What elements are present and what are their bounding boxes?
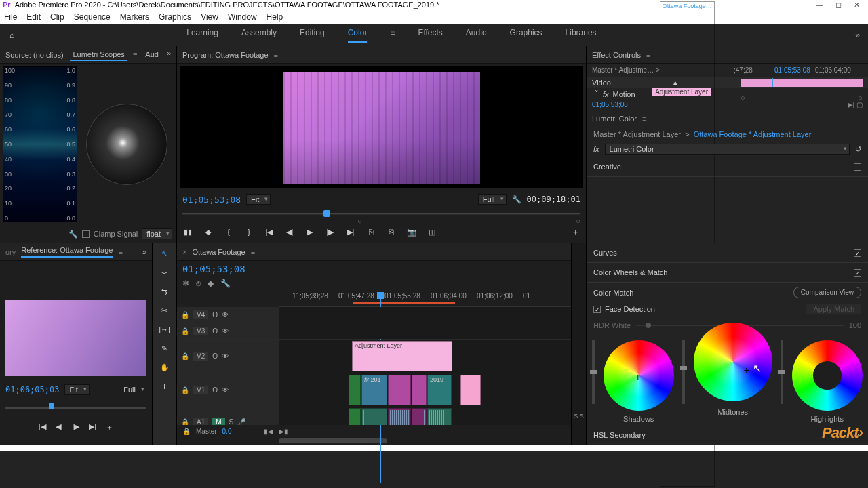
settings-tool-icon[interactable]: 🔧 <box>220 279 231 288</box>
reference-scrubber[interactable] <box>5 403 146 413</box>
lock-icon[interactable]: 🔒 <box>181 386 189 394</box>
lock-icon[interactable]: 🔒 <box>181 352 189 360</box>
goto-in-icon[interactable]: |◀ <box>264 226 275 237</box>
menu-sequence[interactable]: Sequence <box>74 12 111 22</box>
audio-clip[interactable] <box>349 408 361 425</box>
home-icon[interactable]: ⌂ <box>0 30 24 40</box>
clip[interactable] <box>349 375 361 405</box>
minimize-button[interactable]: — <box>816 1 823 9</box>
ref-gang-icon[interactable]: ＋ <box>106 422 113 432</box>
program-viewer[interactable] <box>180 66 583 188</box>
clip[interactable] <box>388 375 411 405</box>
shadows-wheel[interactable]: + <box>604 340 674 411</box>
fx-badge-icon[interactable]: fx <box>603 90 609 98</box>
lock-icon[interactable]: 🔒 <box>182 428 191 435</box>
clip[interactable]: fx 201 <box>361 375 387 405</box>
h-scrollbar[interactable] <box>279 438 387 443</box>
ws-libraries[interactable]: Libraries <box>566 28 597 43</box>
camera-icon[interactable]: 📷 <box>406 226 417 237</box>
lock-icon[interactable]: 🔒 <box>181 418 189 425</box>
menu-view[interactable]: View <box>201 12 218 22</box>
ws-graphics[interactable]: Graphics <box>510 28 542 43</box>
wrench-icon[interactable]: 🔧 <box>68 230 78 239</box>
marker-tool-icon[interactable]: ◆ <box>208 279 214 288</box>
ref-overflow-icon[interactable]: » <box>142 248 146 256</box>
audio-clip[interactable] <box>412 408 427 425</box>
sec-curves[interactable]: Curves <box>593 249 617 257</box>
program-full-dropdown[interactable]: Full <box>478 194 507 205</box>
snap-icon[interactable]: ❄ <box>182 279 189 288</box>
reference-timecode[interactable]: 01;06;05;03 <box>5 385 59 394</box>
ref-step-fwd-icon[interactable]: |▶ <box>73 422 80 432</box>
ws-color[interactable]: Color <box>348 28 368 43</box>
ref-fit-dropdown[interactable]: Fit <box>64 384 89 395</box>
step-back-icon[interactable]: ◀| <box>284 226 295 237</box>
ws-assembly[interactable]: Assembly <box>241 28 277 43</box>
extract-icon[interactable]: ⎗ <box>386 226 397 237</box>
razor-tool-icon[interactable]: ✂ <box>159 304 171 317</box>
lock-icon[interactable]: 🔒 <box>181 327 189 335</box>
ref-menu-icon[interactable]: ≡ <box>118 248 122 256</box>
audio-clip[interactable] <box>361 408 387 425</box>
clip-adjustment[interactable]: Adjustment Layer <box>352 341 452 371</box>
menu-graphics[interactable]: Graphics <box>159 12 191 22</box>
compare-icon[interactable]: ◫ <box>427 226 437 237</box>
type-tool-icon[interactable]: T <box>159 380 171 392</box>
lock-icon[interactable]: 🔒 <box>181 311 189 319</box>
next-keyframe-icon[interactable]: ▶▮ <box>279 428 288 435</box>
audio-clip[interactable] <box>427 408 452 425</box>
menu-help[interactable]: Help <box>267 12 283 22</box>
clip[interactable] <box>412 375 427 405</box>
clip[interactable]: 2019 <box>427 375 452 405</box>
ref-goto-out-icon[interactable]: ▶| <box>89 422 96 432</box>
prev-keyframe-icon[interactable]: ▮◀ <box>264 428 273 435</box>
ws-overflow-icon[interactable]: » <box>855 30 868 40</box>
play-icon[interactable]: ▶ <box>304 226 315 237</box>
ref-goto-in-icon[interactable]: |◀ <box>39 422 46 432</box>
lift-icon[interactable]: ⎘ <box>366 226 376 237</box>
timeline-close-icon[interactable]: × <box>182 248 186 256</box>
link-icon[interactable]: ⎋ <box>196 279 201 288</box>
tab-aud[interactable]: Aud <box>142 49 161 61</box>
ws-effects[interactable]: Effects <box>418 28 442 43</box>
chevron-down-icon[interactable]: ˅ <box>595 89 599 98</box>
shadows-luma-slider[interactable] <box>592 340 595 404</box>
ref-step-back-icon[interactable]: ◀| <box>56 422 63 432</box>
slip-tool-icon[interactable]: |↔| <box>159 323 171 336</box>
midtones-luma-slider[interactable] <box>682 340 685 404</box>
curves-checkbox[interactable] <box>854 249 861 257</box>
scopes-overflow-icon[interactable]: » <box>167 49 171 61</box>
ref-full-dropdown[interactable]: Full <box>119 385 146 394</box>
fx-icon[interactable]: fx <box>593 145 599 153</box>
reference-viewer[interactable] <box>5 300 146 376</box>
comparison-view-button[interactable]: Comparison View <box>793 287 861 298</box>
scopes-menu-icon[interactable]: ≡ <box>133 49 137 61</box>
eye-icon[interactable]: 👁 <box>222 386 229 394</box>
in-icon[interactable]: { <box>223 226 234 237</box>
mic-icon[interactable]: 🎤 <box>237 418 245 425</box>
timeline-ruler[interactable]: 11;05;39;28 01;05;47;28 01;05;55;28 01;0… <box>279 292 571 307</box>
maximize-button[interactable]: ◻ <box>835 1 842 9</box>
pen-tool-icon[interactable]: ✎ <box>159 342 171 354</box>
selection-tool-icon[interactable]: ↖ <box>159 247 171 260</box>
out-icon[interactable]: } <box>243 226 254 237</box>
menu-file[interactable]: File <box>4 12 17 22</box>
scope-mode-dropdown[interactable]: float <box>142 228 172 239</box>
highlights-luma-slider[interactable] <box>781 340 783 404</box>
sec-hsl[interactable]: HSL Secondary <box>593 431 646 439</box>
eye-icon[interactable]: 👁 <box>222 311 229 319</box>
menu-window[interactable]: Window <box>228 12 257 22</box>
goto-out-icon[interactable]: ▶| <box>345 226 356 237</box>
master-value[interactable]: 0.0 <box>222 428 232 435</box>
program-timecode[interactable]: 01;05;53;08 <box>182 195 241 205</box>
program-fit-dropdown[interactable]: Fit <box>246 194 271 205</box>
step-fwd-icon[interactable]: |▶ <box>325 226 336 237</box>
hand-tool-icon[interactable]: ✋ <box>159 361 171 373</box>
clip[interactable] <box>460 375 481 405</box>
lumetri-menu-icon[interactable]: ≡ <box>642 115 646 123</box>
tab-lumetri-scopes[interactable]: Lumetri Scopes <box>70 49 127 61</box>
highlights-wheel[interactable] <box>792 340 863 411</box>
eye-icon[interactable]: 👁 <box>222 327 229 335</box>
apply-match-button[interactable]: Apply Match <box>806 304 861 314</box>
close-button[interactable]: ✕ <box>854 1 860 9</box>
